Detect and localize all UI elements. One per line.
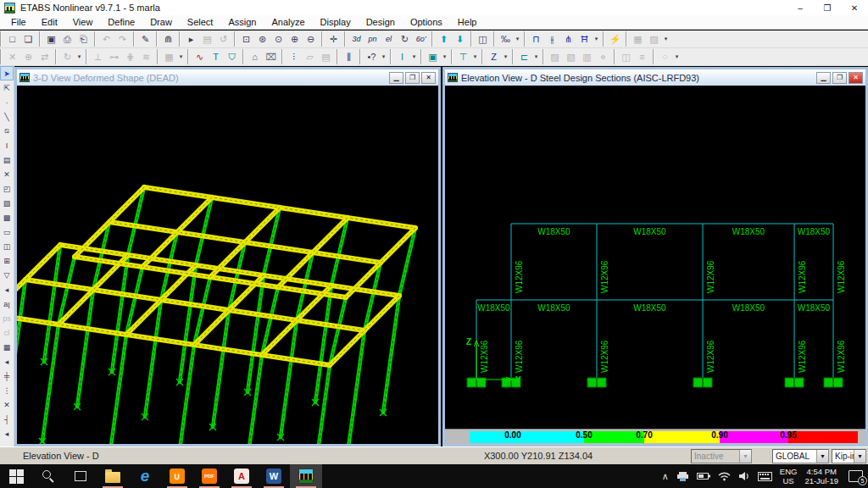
3d-model-canvas[interactable] [17, 86, 438, 444]
open-file-button[interactable]: ❏ [20, 31, 36, 47]
printer-icon[interactable] [676, 471, 689, 482]
draw-eccentric-frame-button[interactable]: ⋔ [560, 31, 576, 47]
joist-design-dropdown[interactable]: ▾ [502, 49, 509, 64]
restore-icon[interactable]: ❐ [832, 72, 847, 84]
start-button[interactable] [0, 464, 32, 488]
show-deformed-shape-button[interactable]: ⫶ [286, 49, 302, 64]
show-load-assigns-button[interactable]: ⛉ [224, 49, 240, 64]
steel-joist-design-button[interactable]: Z [486, 49, 502, 64]
draw-grid-tool[interactable]: ⊞ [0, 253, 14, 268]
draw-window-tool[interactable]: ◫ [0, 239, 14, 253]
rubber-band-zoom-button[interactable]: ⊡ [238, 31, 254, 47]
taskbar-word-button[interactable]: W [258, 464, 290, 488]
move-up-in-list-button[interactable]: ⬆ [436, 31, 452, 47]
snap-intersection-toggle[interactable]: ✕ [0, 397, 14, 412]
snap-more-arrow[interactable]: ◂ [0, 426, 14, 441]
expand-snap-arrow[interactable]: ◂ [0, 354, 14, 369]
3d-view-button[interactable]: 3d [348, 31, 364, 47]
draw-ramp-tool[interactable]: ▽ [0, 268, 14, 282]
previous-zoom-button[interactable]: ⊙ [270, 31, 287, 47]
steel-design-dropdown[interactable]: ▾ [410, 49, 418, 64]
volume-icon[interactable] [738, 471, 750, 481]
battery-icon[interactable] [697, 472, 710, 480]
assign-info-button[interactable]: •? [364, 49, 380, 64]
rotate-3d-view-button[interactable]: ↻ [397, 31, 413, 47]
menu-select[interactable]: Select [180, 16, 221, 28]
draw-portal-frame-button[interactable]: ⊓ [528, 31, 544, 47]
move-down-in-list-button[interactable]: ⬇ [452, 31, 468, 47]
draw-joint-tool[interactable]: · [0, 95, 14, 109]
menu-edit[interactable]: Edit [34, 16, 65, 28]
wall-design-dropdown[interactable]: ▾ [532, 49, 540, 64]
info-dropdown[interactable]: ▾ [380, 49, 387, 64]
close-icon[interactable]: ✕ [421, 72, 436, 84]
set-display-options-button[interactable]: ‰ [498, 31, 514, 47]
draw-quick-area-tool[interactable]: ▩ [0, 210, 14, 225]
perspective-toggle-button[interactable]: 6o' [413, 31, 429, 47]
tray-chevron-icon[interactable]: ∧ [662, 471, 669, 482]
run-minimized-button[interactable]: ▸ [183, 31, 199, 47]
elevation-view-button[interactable]: el [381, 31, 397, 47]
coordinate-system-dropdown[interactable]: GLOBAL▼ [772, 449, 829, 463]
draw-area-tool[interactable]: ◰ [0, 181, 14, 196]
menu-view[interactable]: View [65, 16, 101, 28]
snap-grid-toggle[interactable]: ╪ [0, 369, 14, 383]
taskbar-file-explorer-button[interactable] [97, 464, 129, 488]
menu-define[interactable]: Define [100, 16, 142, 28]
menu-file[interactable]: File [3, 16, 34, 28]
menu-draw[interactable]: Draw [142, 16, 180, 28]
taskbar-foxit-pdf-button[interactable]: PDF [193, 464, 225, 488]
close-icon[interactable]: ✕ [849, 72, 863, 84]
save-model-button[interactable]: ▣ [43, 31, 59, 47]
minimize-button[interactable]: – [787, 0, 814, 15]
run-analysis-button[interactable]: ⚡ [607, 31, 623, 47]
composite-beam-design-button[interactable]: ⊤ [455, 49, 471, 64]
reshape-tool[interactable]: ⇱ [0, 80, 14, 95]
draw-brace-tool[interactable]: I [0, 138, 14, 152]
expand-tools-arrow[interactable]: ◂ [0, 282, 14, 297]
3d-view-titlebar[interactable]: 3-D View Deformed Shape (DEAD) ▁ ❐ ✕ [17, 69, 438, 86]
touch-keyboard-icon[interactable] [758, 472, 772, 481]
print-graphics-button[interactable]: ⎙ [59, 31, 75, 47]
all-stories-toggle[interactable]: aꞁ [0, 297, 14, 311]
menu-assign[interactable]: Assign [220, 16, 264, 28]
concrete-design-dropdown[interactable]: ▾ [441, 49, 448, 64]
draw-quick-line-tool[interactable]: ⧅ [0, 124, 14, 138]
set-building-view-limits-button[interactable]: ◫ [475, 31, 491, 47]
taskbar-uc-browser-button[interactable]: ∪ [161, 464, 193, 488]
show-input-tables-button[interactable]: ⌂ [247, 49, 263, 64]
minimize-icon[interactable]: ▁ [389, 72, 403, 84]
show-output-tables-button[interactable]: ⌧ [263, 49, 279, 64]
shear-wall-design-button[interactable]: ⊏ [516, 49, 532, 64]
draw-wall-tool[interactable]: ▭ [0, 225, 14, 239]
snap-edge-toggle[interactable]: ┤ [0, 412, 14, 426]
minimize-icon[interactable]: ▁ [816, 72, 831, 84]
refresh-window-button[interactable]: ✎ [137, 31, 153, 47]
menu-design[interactable]: Design [359, 16, 403, 28]
wifi-icon[interactable] [718, 471, 731, 481]
taskbar-search-button[interactable] [32, 464, 64, 488]
building-settings-tool[interactable]: ▦ [0, 340, 14, 354]
frame-dropdown[interactable]: ▾ [593, 31, 600, 47]
task-view-button[interactable] [64, 464, 97, 488]
draw-line-tool[interactable]: ╲ [0, 109, 14, 124]
taskbar-edge-browser-button[interactable]: e [129, 464, 161, 488]
chevron-down-icon[interactable]: ▼ [816, 450, 828, 463]
snap-line-toggle[interactable]: ⋮ [0, 383, 14, 397]
restore-button[interactable]: ❐ [814, 0, 841, 15]
delete-tool[interactable]: ✕ [0, 167, 14, 181]
units-dropdown[interactable]: Kip-in▼ [832, 449, 866, 463]
menu-display[interactable]: Display [313, 16, 359, 28]
menu-help[interactable]: Help [450, 16, 485, 28]
plan-view-button[interactable]: pn [364, 31, 381, 47]
clock[interactable]: 4:54 PM21-Jul-19 [804, 467, 838, 485]
menu-analyze[interactable]: Analyze [264, 16, 312, 28]
action-center-button[interactable]: 5 [849, 470, 863, 482]
composite-design-dropdown[interactable]: ▾ [471, 49, 479, 64]
concrete-frame-design-button[interactable]: ▣ [425, 49, 441, 64]
taskbar-etabs-button[interactable]: ▮▮▮ [290, 464, 322, 488]
show-mode-shape-button[interactable]: T [208, 49, 224, 64]
new-model-button[interactable]: □ [4, 31, 20, 47]
language-indicator[interactable]: ENGUS [780, 467, 798, 485]
steel-frame-design-button[interactable]: I [394, 49, 410, 64]
